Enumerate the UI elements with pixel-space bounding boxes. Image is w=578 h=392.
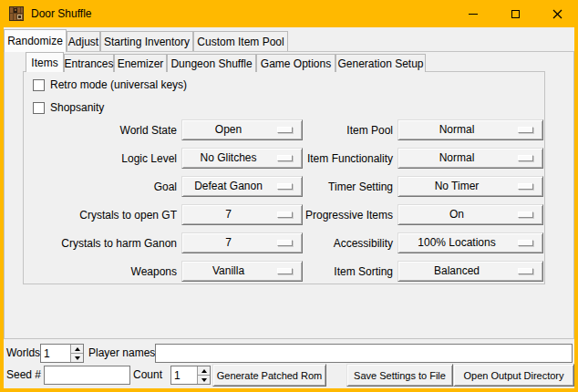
save-settings-button[interactable]: Save Settings to File (346, 364, 453, 387)
tab-generation-setup[interactable]: Generation Setup (335, 54, 426, 72)
count-label: Count (133, 366, 162, 385)
arrow-up-icon (201, 369, 207, 373)
count-spinbox[interactable] (170, 366, 211, 385)
items-pane: Retro mode (universal keys) Shopsanity W… (23, 71, 545, 284)
worlds-spinbox[interactable] (40, 344, 84, 363)
item-pool-label: Item Pool (243, 119, 393, 141)
dropdown-indicator-icon (518, 240, 533, 246)
goal-label: Goal (24, 176, 177, 198)
count-down-button[interactable] (198, 375, 210, 384)
worlds-input[interactable] (41, 345, 70, 362)
progressive-items-label: Progressive Items (243, 204, 393, 226)
tab-entrances[interactable]: Entrances (64, 54, 114, 72)
close-icon (552, 9, 563, 19)
crystals-gt-label: Crystals to open GT (24, 204, 177, 226)
tab-custom-item-pool[interactable]: Custom Item Pool (193, 31, 288, 51)
worlds-up-button[interactable] (71, 345, 83, 353)
maximize-icon (511, 10, 520, 18)
item-sorting-dropdown[interactable]: Balanced (397, 261, 543, 282)
checkbox-box[interactable] (33, 102, 45, 114)
tab-dungeon-shuffle[interactable]: Dungeon Shuffle (167, 54, 256, 72)
item-sorting-value: Balanced (398, 262, 515, 281)
timer-setting-value: No Timer (398, 177, 515, 196)
weapons-label: Weapons (24, 261, 177, 283)
timer-setting-label: Timer Setting (243, 176, 393, 198)
minimize-icon (469, 14, 478, 15)
progressive-items-dropdown[interactable]: On (397, 204, 543, 225)
accessibility-dropdown[interactable]: 100% Locations (397, 232, 543, 253)
client-area: Randomize Adjust Starting Inventory Cust… (4, 27, 574, 388)
door-icon (9, 6, 24, 21)
seed-input[interactable] (44, 366, 130, 385)
checkbox-label: Retro mode (universal keys) (50, 78, 187, 91)
worlds-label: Worlds (6, 344, 40, 363)
checkbox-shopsanity[interactable]: Shopsanity (33, 101, 104, 114)
minimize-button[interactable] (452, 0, 494, 27)
tab-game-options[interactable]: Game Options (256, 54, 335, 72)
item-pool-dropdown[interactable]: Normal (397, 119, 543, 140)
dropdown-indicator-icon (518, 183, 533, 190)
dropdown-indicator-icon (518, 211, 533, 218)
checkbox-box[interactable] (33, 79, 45, 91)
item-functionality-value: Normal (398, 149, 515, 168)
arrow-up-icon (75, 347, 80, 351)
item-sorting-label: Item Sorting (243, 261, 393, 283)
checkbox-retro-mode[interactable]: Retro mode (universal keys) (33, 78, 187, 91)
worlds-down-button[interactable] (71, 353, 83, 362)
item-functionality-dropdown[interactable]: Normal (397, 148, 543, 169)
item-pool-value: Normal (398, 120, 515, 139)
close-button[interactable] (536, 0, 578, 27)
count-up-button[interactable] (198, 366, 210, 375)
tab-enemizer[interactable]: Enemizer (114, 54, 167, 72)
tab-randomize[interactable]: Randomize (4, 29, 67, 52)
player-names-label: Player names (88, 344, 155, 363)
tab-adjust[interactable]: Adjust (67, 31, 100, 51)
crystals-ganon-label: Crystals to harm Ganon (24, 232, 177, 254)
arrow-down-icon (75, 356, 80, 360)
count-input[interactable] (171, 366, 197, 384)
dropdown-indicator-icon (518, 127, 533, 133)
seed-label: Seed # (6, 366, 41, 385)
progressive-items-value: On (398, 205, 515, 224)
titlebar: Door Shuffle (0, 0, 578, 27)
open-output-directory-button[interactable]: Open Output Directory (453, 364, 574, 387)
checkbox-label: Shopsanity (50, 101, 104, 114)
tab-starting-inventory[interactable]: Starting Inventory (100, 31, 193, 51)
dropdown-indicator-icon (518, 155, 533, 161)
accessibility-value: 100% Locations (398, 233, 515, 253)
generate-patched-rom-button[interactable]: Generate Patched Rom (212, 364, 326, 387)
logic-level-label: Logic Level (24, 148, 177, 170)
window-title: Door Shuffle (31, 0, 92, 27)
arrow-down-icon (201, 378, 207, 382)
world-state-label: World State (24, 119, 177, 141)
tab-items[interactable]: Items (26, 52, 64, 72)
dropdown-indicator-icon (518, 268, 533, 274)
maximize-button[interactable] (494, 0, 536, 27)
player-names-input[interactable] (155, 344, 573, 363)
timer-setting-dropdown[interactable]: No Timer (397, 176, 543, 197)
accessibility-label: Accessibility (243, 232, 393, 254)
item-functionality-label: Item Functionality (243, 148, 393, 170)
app-window: Door Shuffle Randomize Adjust Starting I… (0, 0, 578, 392)
